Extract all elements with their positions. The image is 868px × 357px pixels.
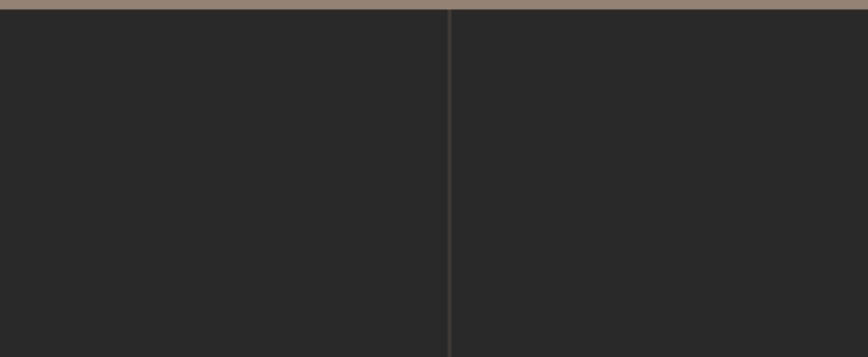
tab-bar [0, 0, 868, 9]
color-column [448, 9, 452, 357]
